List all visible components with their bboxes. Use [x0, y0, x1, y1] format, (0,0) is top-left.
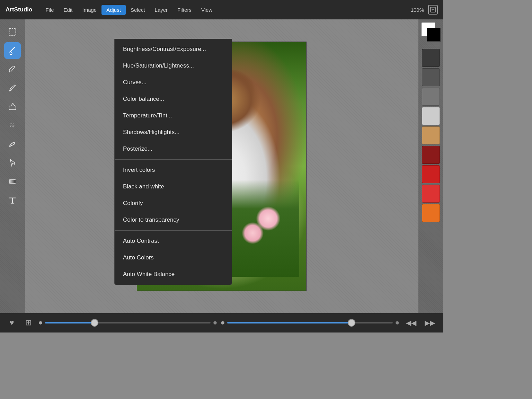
nav-arrows: ◀◀ ▶▶ [403, 317, 438, 328]
menu-filters[interactable]: Filters [172, 5, 196, 15]
slider1-end-dot [213, 321, 217, 325]
slider1-start-dot [39, 321, 42, 325]
svg-rect-3 [9, 28, 16, 35]
slider2-thumb[interactable] [348, 319, 355, 327]
color-divider-1 [423, 46, 439, 46]
adjust-item-temperature[interactable]: Temperature/Tint... [115, 107, 232, 124]
menu-right: 100% [411, 5, 438, 15]
tool-eraser[interactable] [4, 98, 21, 115]
left-toolbar [0, 19, 25, 313]
menu-adjust[interactable]: Adjust [101, 5, 126, 15]
adjust-item-auto-contrast[interactable]: Auto Contrast [115, 233, 232, 249]
slider2-end-dot [396, 321, 399, 325]
tool-brush[interactable] [4, 42, 21, 59]
adjust-dropdown-menu: Brightness/Contrast/Exposure... Hue/Satu… [114, 39, 232, 285]
color-swatch-orange[interactable] [422, 204, 440, 222]
svg-point-7 [13, 124, 14, 124]
adjust-item-color-balance[interactable]: Color balance... [115, 91, 232, 107]
color-swatch-dark-gray1[interactable] [422, 49, 440, 67]
heart-button[interactable]: ♥ [6, 317, 18, 329]
adjust-item-bw[interactable]: Black and white [115, 178, 232, 195]
adjust-menu-section1: Brightness/Contrast/Exposure... Hue/Satu… [115, 39, 232, 159]
zoom-icon[interactable] [428, 5, 438, 15]
color-swatch-red[interactable] [422, 165, 440, 183]
color-swatch-tan[interactable] [422, 126, 440, 144]
adjust-item-posterize[interactable]: Posterize... [115, 141, 232, 157]
adjust-item-auto-white[interactable]: Auto White Balance [115, 266, 232, 283]
tool-select-rect[interactable] [4, 24, 21, 40]
slider2-start-dot [221, 321, 224, 325]
svg-rect-14 [9, 180, 16, 184]
zoom-level: 100% [411, 7, 424, 13]
fg-bg-swatch-container[interactable] [421, 22, 441, 42]
bottom-toolbar: ♥ ⊞ ◀◀ ▶▶ [0, 313, 443, 332]
menu-edit[interactable]: Edit [59, 5, 78, 15]
adjust-menu-section2: Invert colors Black and white Colorify C… [115, 159, 232, 230]
color-swatch-medium-gray[interactable] [422, 88, 440, 106]
color-swatch-dark-gray2[interactable] [422, 68, 440, 86]
menu-layer[interactable]: Layer [150, 5, 173, 15]
menu-file[interactable]: File [41, 5, 59, 15]
slider1-fill [45, 322, 95, 323]
menu-image[interactable]: Image [77, 5, 101, 15]
adjust-item-auto-colors[interactable]: Auto Colors [115, 249, 232, 266]
svg-point-8 [11, 125, 11, 126]
slider1-container [39, 321, 217, 325]
next-button[interactable]: ▶▶ [422, 317, 438, 328]
adjust-item-colorify[interactable]: Colorify [115, 195, 232, 212]
adjust-item-curves[interactable]: Curves... [115, 74, 232, 91]
slider2-fill [227, 322, 352, 323]
color-swatch-light-gray[interactable] [422, 107, 440, 125]
menubar: ArtStudio File Edit Image Adjust Select … [0, 0, 443, 19]
svg-point-9 [12, 125, 13, 125]
right-color-panel [418, 19, 443, 313]
svg-point-11 [10, 126, 10, 127]
adjust-item-shadows[interactable]: Shadows/Highlights... [115, 124, 232, 141]
svg-point-13 [13, 126, 14, 127]
slider2-container [221, 321, 399, 325]
main-area: Brightness/Contrast/Exposure... Hue/Satu… [0, 19, 443, 313]
adjust-item-hue[interactable]: Hue/Saturation/Lightness... [115, 57, 232, 74]
fg-color-swatch[interactable] [427, 28, 441, 42]
color-swatch-bright-red[interactable] [422, 185, 440, 203]
tool-gradient[interactable] [4, 173, 21, 190]
prev-button[interactable]: ◀◀ [403, 317, 419, 328]
svg-rect-4 [9, 106, 16, 110]
svg-point-6 [11, 123, 12, 123]
svg-point-5 [10, 124, 10, 124]
slider1-thumb[interactable] [91, 319, 98, 327]
layers-button[interactable]: ⊞ [22, 317, 35, 329]
tool-spray[interactable] [4, 117, 21, 134]
slider2-track[interactable] [227, 322, 393, 323]
adjust-item-color-transparency[interactable]: Color to transparency [115, 212, 232, 228]
svg-point-12 [12, 126, 12, 127]
adjust-item-invert[interactable]: Invert colors [115, 162, 232, 178]
svg-point-10 [14, 125, 14, 126]
adjust-menu-section3: Auto Contrast Auto Colors Auto White Bal… [115, 230, 232, 285]
tool-pen[interactable] [4, 80, 21, 96]
tool-smudge[interactable] [4, 136, 21, 152]
adjust-item-brightness[interactable]: Brightness/Contrast/Exposure... [115, 41, 232, 57]
tool-text[interactable] [4, 192, 21, 209]
tool-paint-brush[interactable] [4, 61, 21, 78]
color-swatch-dark-red[interactable] [422, 146, 440, 164]
slider1-track[interactable] [45, 322, 211, 323]
menu-view[interactable]: View [196, 5, 217, 15]
tool-fill[interactable] [4, 154, 21, 171]
app-name: ArtStudio [6, 6, 32, 13]
menu-select[interactable]: Select [126, 5, 150, 15]
